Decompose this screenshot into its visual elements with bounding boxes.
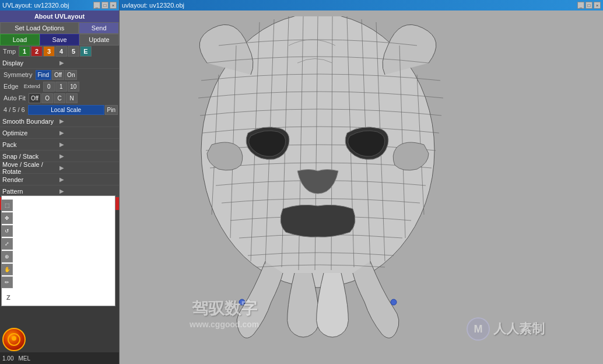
edge-val-1[interactable]: 1 (55, 82, 67, 92)
pin-btn[interactable]: Pin (105, 105, 118, 115)
num-btn-5[interactable]: 5 (68, 46, 79, 57)
smooth-boundary-label: Smooth Boundary (2, 118, 59, 125)
logo-svg (7, 332, 21, 346)
paint-icon[interactable]: ✏ (1, 276, 13, 288)
right-close-btn[interactable]: × (594, 2, 601, 9)
num-btn-4[interactable]: 4 (55, 46, 67, 57)
edge-val-0[interactable]: 0 (43, 82, 55, 92)
left-tool-icons: ⬚ ✥ ↺ ⤢ ⊕ ✋ ✏ (0, 198, 12, 289)
load-save-row: Load Save Update (0, 34, 119, 46)
optimize-row[interactable]: Optimize ▶ (0, 127, 119, 139)
load-options-row: Set Load Options Send (0, 22, 119, 34)
auto-fit-row: Auto Fit Off O C N (0, 92, 119, 104)
version-label: 1.00 (2, 355, 13, 362)
tmp-row: Tmp 1 2 3 4 5 E (0, 46, 119, 57)
status-bar-left: 1.00 MEL (0, 352, 119, 364)
auto-fit-o-btn[interactable]: O (41, 93, 53, 103)
svg-point-1 (12, 336, 16, 341)
edge-label: Edge (1, 83, 21, 90)
maximize-btn[interactable]: □ (101, 2, 108, 9)
mesh-viewport[interactable]: 驾驭数字 www.cggood.com M 人人素制 (120, 10, 603, 364)
zoom-icon[interactable]: ⊕ (1, 251, 13, 262)
mel-label: MEL (18, 355, 30, 362)
left-panel: UVLayout: uv12320.obj _ □ × About UVLayo… (0, 0, 120, 364)
auto-fit-c-btn[interactable]: C (54, 93, 65, 103)
auto-fit-off-btn[interactable]: Off (29, 93, 41, 103)
right-title-buttons: _ □ × (577, 2, 601, 9)
num-btn-1[interactable]: 1 (19, 46, 30, 57)
move-scale-rotate-label: Move / Scale / Rotate (2, 161, 59, 175)
mesh-svg (149, 16, 487, 343)
edge-extend-label: Extend (22, 83, 43, 89)
pan-icon[interactable]: ✋ (1, 264, 13, 275)
update-btn[interactable]: Update (79, 34, 119, 46)
optimize-label: Optimize (2, 130, 59, 136)
about-bar[interactable]: About UVLayout (0, 10, 119, 22)
uv-canvas: Z (1, 195, 115, 306)
watermark-chinese-2: 人人素制 (493, 320, 545, 338)
load-btn[interactable]: Load (0, 34, 40, 46)
send-btn[interactable]: Send (79, 22, 119, 34)
find-btn[interactable]: Find (36, 70, 51, 80)
auto-fit-label: Auto Fit (1, 94, 28, 102)
left-title-buttons: _ □ × (93, 2, 117, 9)
scale-456-label: 4 / 5 / 6 (1, 106, 27, 113)
pattern-label: Pattern (2, 188, 59, 195)
edge-extend-row: Edge Extend 0 1 10 (0, 80, 119, 92)
render-label: Render (2, 176, 59, 183)
z-axis-label: Z (6, 294, 10, 301)
num-btn-2[interactable]: 2 (31, 46, 43, 57)
num-btn-e[interactable]: E (80, 46, 92, 57)
right-title-bar: uvlayout: uv12320.obj _ □ × (120, 0, 603, 10)
display-arrow: ▶ (59, 60, 117, 66)
svg-point-17 (239, 299, 245, 305)
logo-area (2, 328, 26, 351)
minimize-btn[interactable]: _ (93, 2, 100, 9)
num-btn-3[interactable]: 3 (43, 46, 55, 57)
right-minimize-btn[interactable]: _ (577, 2, 584, 9)
tmp-label: Tmp (1, 48, 18, 55)
left-title-text: UVLayout: uv12320.obj (2, 2, 69, 9)
edge-val-10[interactable]: 10 (68, 82, 79, 92)
move-scale-rotate-arrow: ▶ (59, 164, 117, 171)
pack-arrow: ▶ (59, 141, 117, 148)
snap-stack-label: Snap / Stack (2, 153, 59, 160)
optimize-arrow: ▶ (59, 130, 117, 136)
svg-point-18 (391, 299, 397, 305)
left-title-bar: UVLayout: uv12320.obj _ □ × (0, 0, 119, 10)
save-btn[interactable]: Save (40, 34, 79, 46)
smooth-boundary-arrow: ▶ (59, 118, 117, 124)
snap-stack-arrow: ▶ (59, 153, 117, 159)
app-logo (2, 328, 26, 351)
render-arrow: ▶ (59, 176, 117, 183)
auto-fit-n-btn[interactable]: N (66, 93, 78, 103)
scale-row: 4 / 5 / 6 Local Scale Pin (0, 104, 119, 116)
display-row[interactable]: Display ▶ (0, 57, 119, 69)
move-icon[interactable]: ✥ (1, 212, 13, 224)
pack-row[interactable]: Pack ▶ (0, 139, 119, 150)
right-maximize-btn[interactable]: □ (586, 2, 593, 9)
pattern-arrow: ▶ (59, 188, 117, 194)
move-scale-rotate-row[interactable]: Move / Scale / Rotate ▶ (0, 162, 119, 174)
symmetry-label: Symmetry (1, 71, 35, 78)
display-label: Display (2, 60, 59, 66)
select-icon[interactable]: ⬚ (1, 200, 13, 211)
symmetry-row: Symmetry Find Off On (0, 69, 119, 80)
set-load-options-btn[interactable]: Set Load Options (0, 22, 79, 34)
pack-label: Pack (2, 141, 59, 148)
rotate-icon[interactable]: ↺ (1, 225, 13, 237)
scale-icon[interactable]: ⤢ (1, 238, 13, 250)
render-row[interactable]: Render ▶ (0, 174, 119, 186)
local-scale-btn[interactable]: Local Scale (28, 105, 104, 115)
close-btn[interactable]: × (110, 2, 117, 9)
smooth-boundary-row[interactable]: Smooth Boundary ▶ (0, 116, 119, 127)
symm-on-btn[interactable]: On (65, 70, 77, 80)
right-title-text: uvlayout: uv12320.obj (122, 2, 184, 9)
symm-off-btn[interactable]: Off (52, 70, 64, 80)
